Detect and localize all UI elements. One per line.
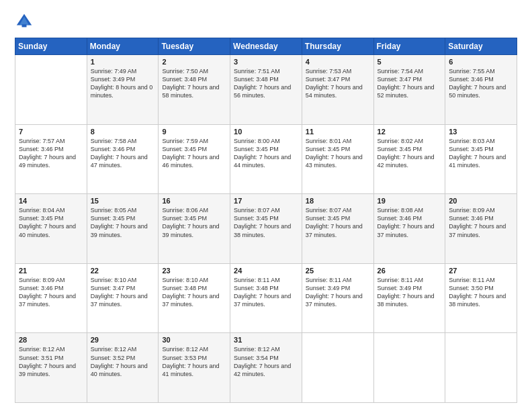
calendar-cell: 1Sunrise: 7:49 AMSunset: 3:49 PMDaylight… <box>87 55 159 125</box>
calendar-cell: 20Sunrise: 8:09 AMSunset: 3:46 PMDayligh… <box>445 194 517 264</box>
day-number: 17 <box>234 197 298 205</box>
calendar-cell: 9Sunrise: 7:59 AMSunset: 3:45 PMDaylight… <box>159 124 230 194</box>
week-row-1: 1Sunrise: 7:49 AMSunset: 3:49 PMDaylight… <box>15 55 517 125</box>
logo <box>15 12 36 31</box>
weekday-header-sunday: Sunday <box>15 38 87 55</box>
cell-info: Sunrise: 7:53 AMSunset: 3:47 PMDaylight:… <box>306 67 370 100</box>
calendar-cell: 7Sunrise: 7:57 AMSunset: 3:46 PMDaylight… <box>15 124 87 194</box>
calendar-cell: 23Sunrise: 8:10 AMSunset: 3:48 PMDayligh… <box>159 263 230 333</box>
day-number: 26 <box>378 267 442 275</box>
calendar-cell: 4Sunrise: 7:53 AMSunset: 3:47 PMDaylight… <box>302 55 373 125</box>
cell-info: Sunrise: 8:12 AMSunset: 3:53 PMDaylight:… <box>162 345 226 378</box>
calendar-cell: 25Sunrise: 8:11 AMSunset: 3:49 PMDayligh… <box>302 263 373 333</box>
day-number: 16 <box>162 197 226 205</box>
week-row-2: 7Sunrise: 7:57 AMSunset: 3:46 PMDaylight… <box>15 124 517 194</box>
calendar-cell: 2Sunrise: 7:50 AMSunset: 3:48 PMDaylight… <box>159 55 230 125</box>
cell-info: Sunrise: 8:10 AMSunset: 3:47 PMDaylight:… <box>91 276 155 309</box>
cell-info: Sunrise: 8:07 AMSunset: 3:45 PMDaylight:… <box>234 206 298 239</box>
calendar-cell: 27Sunrise: 8:11 AMSunset: 3:50 PMDayligh… <box>445 263 517 333</box>
header <box>15 12 517 31</box>
weekday-header-row: SundayMondayTuesdayWednesdayThursdayFrid… <box>15 38 517 55</box>
day-number: 11 <box>306 128 370 136</box>
cell-info: Sunrise: 8:05 AMSunset: 3:45 PMDaylight:… <box>91 206 155 239</box>
svg-rect-2 <box>22 24 27 27</box>
page: SundayMondayTuesdayWednesdayThursdayFrid… <box>0 0 532 411</box>
calendar-cell: 10Sunrise: 8:00 AMSunset: 3:45 PMDayligh… <box>230 124 302 194</box>
cell-info: Sunrise: 8:09 AMSunset: 3:46 PMDaylight:… <box>449 206 513 239</box>
cell-info: Sunrise: 8:08 AMSunset: 3:46 PMDaylight:… <box>378 206 442 239</box>
day-number: 1 <box>91 58 155 66</box>
day-number: 31 <box>234 336 298 344</box>
calendar-cell: 17Sunrise: 8:07 AMSunset: 3:45 PMDayligh… <box>230 194 302 264</box>
cell-info: Sunrise: 8:07 AMSunset: 3:45 PMDaylight:… <box>306 206 370 239</box>
calendar-cell: 28Sunrise: 8:12 AMSunset: 3:51 PMDayligh… <box>15 333 87 403</box>
cell-info: Sunrise: 8:11 AMSunset: 3:50 PMDaylight:… <box>449 276 513 309</box>
cell-info: Sunrise: 7:57 AMSunset: 3:46 PMDaylight:… <box>19 137 83 170</box>
cell-info: Sunrise: 8:01 AMSunset: 3:45 PMDaylight:… <box>306 137 370 170</box>
day-number: 25 <box>306 267 370 275</box>
day-number: 3 <box>234 58 298 66</box>
calendar-table: SundayMondayTuesdayWednesdayThursdayFrid… <box>15 38 517 403</box>
cell-info: Sunrise: 8:06 AMSunset: 3:45 PMDaylight:… <box>162 206 226 239</box>
day-number: 14 <box>19 197 83 205</box>
cell-info: Sunrise: 8:11 AMSunset: 3:49 PMDaylight:… <box>378 276 442 309</box>
calendar-cell <box>445 333 517 403</box>
calendar-cell: 11Sunrise: 8:01 AMSunset: 3:45 PMDayligh… <box>302 124 373 194</box>
day-number: 13 <box>449 128 513 136</box>
calendar-cell: 15Sunrise: 8:05 AMSunset: 3:45 PMDayligh… <box>87 194 159 264</box>
cell-info: Sunrise: 8:02 AMSunset: 3:45 PMDaylight:… <box>378 137 442 170</box>
day-number: 6 <box>449 58 513 66</box>
calendar-cell: 12Sunrise: 8:02 AMSunset: 3:45 PMDayligh… <box>373 124 445 194</box>
day-number: 18 <box>306 197 370 205</box>
weekday-header-saturday: Saturday <box>445 38 517 55</box>
cell-info: Sunrise: 7:59 AMSunset: 3:45 PMDaylight:… <box>162 137 226 170</box>
cell-info: Sunrise: 8:12 AMSunset: 3:51 PMDaylight:… <box>19 345 83 378</box>
day-number: 21 <box>19 267 83 275</box>
cell-info: Sunrise: 7:49 AMSunset: 3:49 PMDaylight:… <box>91 67 155 100</box>
calendar-cell: 26Sunrise: 8:11 AMSunset: 3:49 PMDayligh… <box>373 263 445 333</box>
day-number: 7 <box>19 128 83 136</box>
cell-info: Sunrise: 8:09 AMSunset: 3:46 PMDaylight:… <box>19 276 83 309</box>
day-number: 12 <box>378 128 442 136</box>
calendar-cell: 16Sunrise: 8:06 AMSunset: 3:45 PMDayligh… <box>159 194 230 264</box>
weekday-header-tuesday: Tuesday <box>159 38 230 55</box>
calendar-cell <box>15 55 87 125</box>
day-number: 30 <box>162 336 226 344</box>
weekday-header-wednesday: Wednesday <box>230 38 302 55</box>
calendar-cell: 14Sunrise: 8:04 AMSunset: 3:45 PMDayligh… <box>15 194 87 264</box>
logo-icon <box>15 12 34 31</box>
calendar-cell <box>373 333 445 403</box>
cell-info: Sunrise: 8:11 AMSunset: 3:48 PMDaylight:… <box>234 276 298 309</box>
calendar-cell: 19Sunrise: 8:08 AMSunset: 3:46 PMDayligh… <box>373 194 445 264</box>
cell-info: Sunrise: 8:12 AMSunset: 3:52 PMDaylight:… <box>91 345 155 378</box>
day-number: 29 <box>91 336 155 344</box>
calendar-cell: 22Sunrise: 8:10 AMSunset: 3:47 PMDayligh… <box>87 263 159 333</box>
calendar-cell: 5Sunrise: 7:54 AMSunset: 3:47 PMDaylight… <box>373 55 445 125</box>
cell-info: Sunrise: 7:50 AMSunset: 3:48 PMDaylight:… <box>162 67 226 100</box>
cell-info: Sunrise: 8:00 AMSunset: 3:45 PMDaylight:… <box>234 137 298 170</box>
cell-info: Sunrise: 7:58 AMSunset: 3:46 PMDaylight:… <box>91 137 155 170</box>
day-number: 22 <box>91 267 155 275</box>
day-number: 5 <box>378 58 442 66</box>
day-number: 15 <box>91 197 155 205</box>
cell-info: Sunrise: 7:54 AMSunset: 3:47 PMDaylight:… <box>378 67 442 100</box>
day-number: 10 <box>234 128 298 136</box>
cell-info: Sunrise: 8:04 AMSunset: 3:45 PMDaylight:… <box>19 206 83 239</box>
cell-info: Sunrise: 8:12 AMSunset: 3:54 PMDaylight:… <box>234 345 298 378</box>
day-number: 27 <box>449 267 513 275</box>
calendar-cell: 18Sunrise: 8:07 AMSunset: 3:45 PMDayligh… <box>302 194 373 264</box>
cell-info: Sunrise: 8:10 AMSunset: 3:48 PMDaylight:… <box>162 276 226 309</box>
week-row-4: 21Sunrise: 8:09 AMSunset: 3:46 PMDayligh… <box>15 263 517 333</box>
weekday-header-monday: Monday <box>87 38 159 55</box>
day-number: 9 <box>162 128 226 136</box>
calendar-cell <box>302 333 373 403</box>
day-number: 8 <box>91 128 155 136</box>
calendar-cell: 30Sunrise: 8:12 AMSunset: 3:53 PMDayligh… <box>159 333 230 403</box>
calendar-cell: 21Sunrise: 8:09 AMSunset: 3:46 PMDayligh… <box>15 263 87 333</box>
day-number: 4 <box>306 58 370 66</box>
weekday-header-thursday: Thursday <box>302 38 373 55</box>
day-number: 20 <box>449 197 513 205</box>
week-row-5: 28Sunrise: 8:12 AMSunset: 3:51 PMDayligh… <box>15 333 517 403</box>
cell-info: Sunrise: 8:03 AMSunset: 3:45 PMDaylight:… <box>449 137 513 170</box>
calendar-cell: 8Sunrise: 7:58 AMSunset: 3:46 PMDaylight… <box>87 124 159 194</box>
